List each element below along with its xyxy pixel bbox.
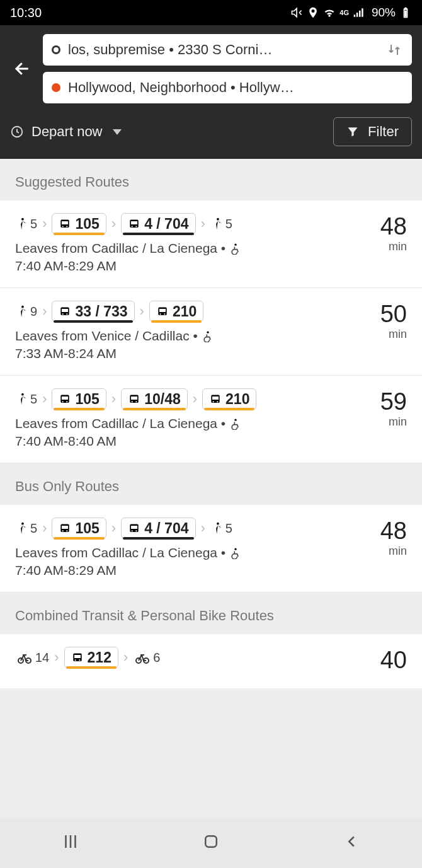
- chevron-right-icon: ›: [42, 303, 47, 320]
- bus-chip: 105: [52, 388, 106, 410]
- wifi-icon: [323, 6, 336, 19]
- bus-icon: [128, 393, 140, 406]
- status-icons: 4G 90%: [290, 6, 412, 20]
- svg-point-30: [132, 401, 133, 402]
- chevron-right-icon: ›: [111, 520, 116, 536]
- android-nav-bar: [0, 818, 422, 868]
- bike-icon: [133, 650, 152, 665]
- chevron-right-icon: ›: [201, 520, 205, 536]
- chevron-down-icon: [113, 129, 122, 135]
- route-duration: 50min: [363, 301, 407, 361]
- svg-rect-39: [62, 526, 68, 529]
- section-header-busonly: Bus Only Routes: [0, 463, 422, 505]
- bike-icon: [15, 650, 34, 665]
- svg-point-16: [62, 313, 64, 315]
- destination-input[interactable]: Hollywood, Neighborhood • Hollyw…: [43, 72, 412, 103]
- svg-rect-0: [404, 11, 406, 17]
- route-time: 7:33 AM-8:24 AM: [15, 346, 353, 361]
- swap-button[interactable]: [385, 42, 403, 57]
- route-item[interactable]: 5 › 105 › 4 / 704 › 5 Leaves from Cadill…: [0, 200, 422, 288]
- mute-icon: [290, 6, 303, 19]
- route-item[interactable]: 14 › 212 › 6 40: [0, 634, 422, 688]
- chevron-right-icon: ›: [42, 520, 47, 536]
- svg-rect-8: [131, 221, 137, 224]
- depart-label: Depart now: [31, 124, 103, 140]
- bus-icon: [128, 218, 140, 231]
- svg-point-41: [67, 530, 68, 531]
- svg-point-6: [67, 226, 68, 227]
- depart-time-button[interactable]: Depart now: [31, 124, 326, 140]
- svg-point-9: [132, 226, 133, 227]
- filter-button[interactable]: Filter: [333, 117, 412, 146]
- recents-button[interactable]: [61, 832, 80, 854]
- bus-icon: [209, 393, 222, 406]
- bus-icon: [59, 523, 71, 535]
- chevron-right-icon: ›: [42, 216, 47, 232]
- svg-point-37: [21, 523, 24, 525]
- route-time: 7:40 AM-8:29 AM: [15, 563, 353, 578]
- filter-label: Filter: [368, 124, 399, 140]
- svg-point-31: [135, 401, 137, 402]
- svg-point-11: [217, 218, 219, 221]
- svg-point-21: [164, 313, 165, 315]
- svg-rect-56: [205, 836, 217, 847]
- svg-point-40: [62, 530, 64, 531]
- origin-input[interactable]: los, subpremise • 2330 S Corni…: [43, 34, 412, 66]
- route-desc: Leaves from Cadillac / La Cienega •: [15, 545, 225, 560]
- walk-icon: [15, 303, 29, 320]
- back-button[interactable]: [10, 56, 35, 81]
- clock-icon: [10, 125, 24, 139]
- walk-icon: [15, 519, 29, 537]
- route-item[interactable]: 9 › 33 / 733 › 210 Leaves from Venice / …: [0, 288, 422, 376]
- svg-rect-43: [131, 526, 137, 529]
- chevron-right-icon: ›: [140, 303, 144, 320]
- bus-chip: 4 / 704: [121, 518, 195, 539]
- svg-rect-33: [212, 396, 219, 400]
- route-time: 7:40 AM-8:29 AM: [15, 258, 353, 274]
- svg-point-34: [213, 401, 214, 402]
- route-item[interactable]: 5 › 105 › 10/48 › 210 Leaves from Cadill…: [0, 376, 422, 463]
- destination-dot-icon: [52, 83, 60, 92]
- walk-icon: [210, 215, 224, 233]
- destination-text: Hollywood, Neighborhood • Hollyw…: [68, 79, 403, 96]
- svg-point-2: [21, 218, 24, 221]
- bus-icon: [71, 652, 84, 664]
- svg-point-52: [74, 659, 76, 661]
- svg-point-17: [67, 313, 68, 315]
- chevron-right-icon: ›: [201, 216, 205, 232]
- wheelchair-icon: [229, 417, 242, 430]
- network-4g-icon: 4G: [339, 9, 349, 16]
- bus-chip: 212: [64, 647, 118, 668]
- wheelchair-icon: [229, 547, 242, 559]
- location-icon: [307, 6, 319, 19]
- battery-percent: 90%: [372, 6, 396, 20]
- svg-point-27: [67, 401, 68, 402]
- bus-icon: [59, 218, 71, 231]
- walk-icon: [210, 519, 224, 537]
- bus-icon: [59, 393, 71, 406]
- route-desc: Leaves from Cadillac / La Cienega •: [15, 241, 225, 256]
- wheelchair-icon: [202, 330, 214, 342]
- svg-point-10: [135, 226, 137, 227]
- filter-icon: [346, 125, 359, 138]
- svg-point-46: [217, 523, 219, 525]
- svg-point-22: [207, 332, 208, 333]
- walk-icon: [15, 390, 29, 408]
- home-button[interactable]: [202, 832, 220, 854]
- route-duration: 40: [363, 647, 407, 674]
- chevron-right-icon: ›: [111, 216, 116, 232]
- svg-point-26: [62, 401, 64, 402]
- chevron-right-icon: ›: [54, 649, 59, 666]
- status-time: 10:30: [10, 6, 290, 20]
- route-item[interactable]: 5 › 105 › 4 / 704 › 5 Leaves from Cadill…: [0, 505, 422, 593]
- route-duration: 48min: [363, 518, 407, 578]
- svg-point-13: [21, 306, 24, 308]
- directions-header: los, subpremise • 2330 S Corni… Hollywoo…: [0, 25, 422, 159]
- section-header-suggested: Suggested Routes: [0, 159, 422, 200]
- bus-icon: [156, 306, 169, 318]
- signal-icon: [353, 6, 365, 19]
- bus-icon: [128, 523, 140, 535]
- bus-chip: 33 / 733: [52, 301, 134, 322]
- svg-point-35: [217, 401, 218, 402]
- back-nav-button[interactable]: [342, 832, 361, 854]
